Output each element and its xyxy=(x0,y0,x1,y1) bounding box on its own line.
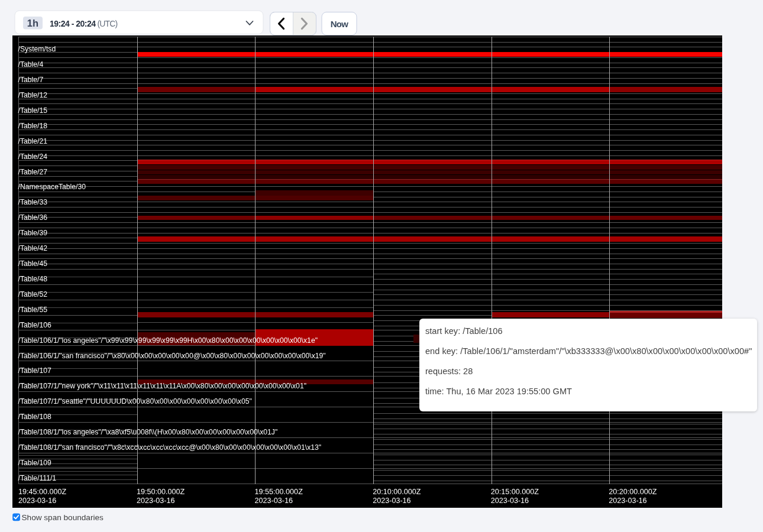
svg-text:start key: /Table/106: start key: /Table/106 xyxy=(425,326,503,336)
svg-text:1h: 1h xyxy=(27,18,38,28)
svg-text:end key: /Table/106/1/"amsterd: end key: /Table/106/1/"amsterdam"/"\xb33… xyxy=(425,346,752,356)
svg-text:time: Thu, 16 Mar 2023 19:55:0: time: Thu, 16 Mar 2023 19:55:00 GMT xyxy=(425,387,572,396)
svg-text:Now: Now xyxy=(331,19,348,29)
svg-text:Show span boundaries: Show span boundaries xyxy=(22,513,104,522)
svg-text:19:24 - 20:24 (UTC): 19:24 - 20:24 (UTC) xyxy=(50,19,117,28)
svg-text:requests: 28: requests: 28 xyxy=(425,366,473,376)
